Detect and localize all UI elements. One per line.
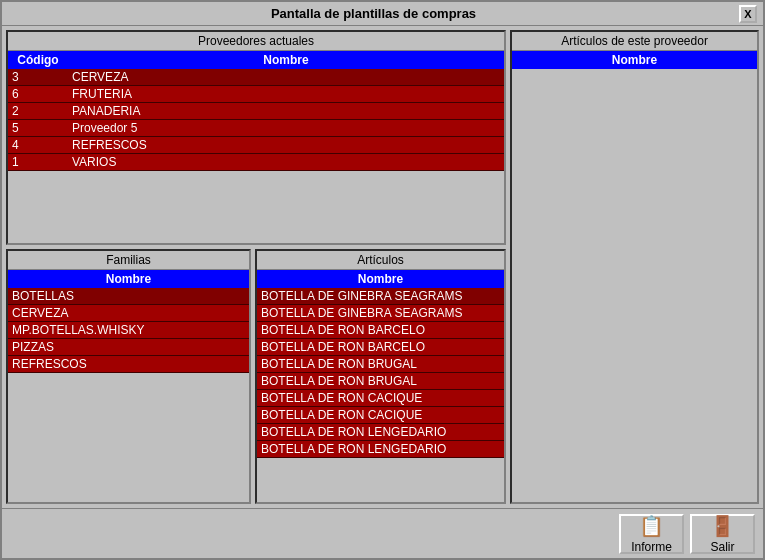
codigo-cell: 2 [8,103,68,119]
proveedores-section: Proveedores actuales Código Nombre 3CERV… [6,30,506,245]
list-item[interactable]: BOTELLA DE RON BARCELO [257,322,504,339]
proveedores-label: Proveedores actuales [8,32,504,51]
articulo-nombre-cell: BOTELLA DE RON BRUGAL [257,373,504,389]
bottom-panels: Familias Nombre BOTELLASCERVEZAMP.BOTELL… [6,249,506,504]
articulos-proveedor-nombre-header: Nombre [512,51,757,69]
list-item[interactable]: BOTELLA DE RON BRUGAL [257,356,504,373]
list-item[interactable]: BOTELLA DE RON LENGEDARIO [257,441,504,458]
list-item[interactable]: BOTELLA DE RON BRUGAL [257,373,504,390]
codigo-cell: 4 [8,137,68,153]
list-item[interactable]: REFRESCOS [8,356,249,373]
articulos-proveedor-label: Artículos de este proveedor [512,32,757,51]
table-row[interactable]: 3CERVEZA [8,69,504,86]
nombre-cell: FRUTERIA [68,86,504,102]
list-item[interactable]: BOTELLA DE GINEBRA SEAGRAMS [257,288,504,305]
articulo-nombre-cell: BOTELLA DE GINEBRA SEAGRAMS [257,305,504,321]
right-panel: Artículos de este proveedor Nombre [510,30,759,504]
close-button[interactable]: X [739,5,757,23]
main-content: Proveedores actuales Código Nombre 3CERV… [2,26,763,508]
articulo-nombre-cell: BOTELLA DE RON CACIQUE [257,407,504,423]
familias-header: Nombre [8,270,249,288]
codigo-cell: 5 [8,120,68,136]
list-item[interactable]: BOTELLA DE RON LENGEDARIO [257,424,504,441]
articulo-nombre-cell: BOTELLA DE RON BRUGAL [257,356,504,372]
articulos-nombre-header: Nombre [257,270,504,288]
list-item[interactable]: BOTELLA DE RON CACIQUE [257,390,504,407]
nombre-cell: VARIOS [68,154,504,170]
familia-nombre-cell: BOTELLAS [8,288,249,304]
informe-label: Informe [631,540,672,554]
table-row[interactable]: 2PANADERIA [8,103,504,120]
articulos-list[interactable]: BOTELLA DE GINEBRA SEAGRAMSBOTELLA DE GI… [257,288,504,502]
codigo-cell: 3 [8,69,68,85]
list-item[interactable]: MP.BOTELLAS.WHISKY [8,322,249,339]
articulos-section: Artículos Nombre BOTELLA DE GINEBRA SEAG… [255,249,506,504]
familias-list[interactable]: BOTELLASCERVEZAMP.BOTELLAS.WHISKYPIZZASR… [8,288,249,502]
articulos-label: Artículos [257,251,504,270]
title-bar: Pantalla de plantillas de compras X [2,2,763,26]
nombre-cell: CERVEZA [68,69,504,85]
nombre-header: Nombre [68,51,504,69]
list-item[interactable]: CERVEZA [8,305,249,322]
articulo-nombre-cell: BOTELLA DE RON LENGEDARIO [257,441,504,457]
articulos-proveedor-section: Artículos de este proveedor Nombre [510,30,759,504]
articulos-proveedor-list[interactable] [512,69,757,502]
table-row[interactable]: 6FRUTERIA [8,86,504,103]
table-row[interactable]: 1VARIOS [8,154,504,171]
articulo-nombre-cell: BOTELLA DE RON BARCELO [257,339,504,355]
codigo-header: Código [8,51,68,69]
familia-nombre-cell: REFRESCOS [8,356,249,372]
bottom-bar: 📋 Informe 🚪 Salir [2,508,763,558]
nombre-cell: Proveedor 5 [68,120,504,136]
familia-nombre-cell: CERVEZA [8,305,249,321]
familia-nombre-cell: PIZZAS [8,339,249,355]
articulo-nombre-cell: BOTELLA DE RON BARCELO [257,322,504,338]
list-item[interactable]: PIZZAS [8,339,249,356]
list-item[interactable]: BOTELLAS [8,288,249,305]
informe-icon: 📋 [639,514,664,538]
proveedores-header: Código Nombre [8,51,504,69]
codigo-cell: 6 [8,86,68,102]
nombre-cell: PANADERIA [68,103,504,119]
window-title: Pantalla de plantillas de compras [8,6,739,21]
articulo-nombre-cell: BOTELLA DE RON LENGEDARIO [257,424,504,440]
list-item[interactable]: BOTELLA DE GINEBRA SEAGRAMS [257,305,504,322]
table-row[interactable]: 4REFRESCOS [8,137,504,154]
codigo-cell: 1 [8,154,68,170]
table-row[interactable]: 5Proveedor 5 [8,120,504,137]
articulo-nombre-cell: BOTELLA DE RON CACIQUE [257,390,504,406]
salir-button[interactable]: 🚪 Salir [690,514,755,554]
familia-nombre-cell: MP.BOTELLAS.WHISKY [8,322,249,338]
familias-section: Familias Nombre BOTELLASCERVEZAMP.BOTELL… [6,249,251,504]
familias-label: Familias [8,251,249,270]
main-window: Pantalla de plantillas de compras X Prov… [0,0,765,560]
articulos-proveedor-header: Nombre [512,51,757,69]
left-panel: Proveedores actuales Código Nombre 3CERV… [6,30,506,504]
salir-icon: 🚪 [710,514,735,538]
salir-label: Salir [710,540,734,554]
familias-nombre-header: Nombre [8,270,249,288]
list-item[interactable]: BOTELLA DE RON BARCELO [257,339,504,356]
articulo-nombre-cell: BOTELLA DE GINEBRA SEAGRAMS [257,288,504,304]
articulos-header: Nombre [257,270,504,288]
nombre-cell: REFRESCOS [68,137,504,153]
proveedores-list[interactable]: 3CERVEZA6FRUTERIA2PANADERIA5Proveedor 54… [8,69,504,243]
informe-button[interactable]: 📋 Informe [619,514,684,554]
list-item[interactable]: BOTELLA DE RON CACIQUE [257,407,504,424]
